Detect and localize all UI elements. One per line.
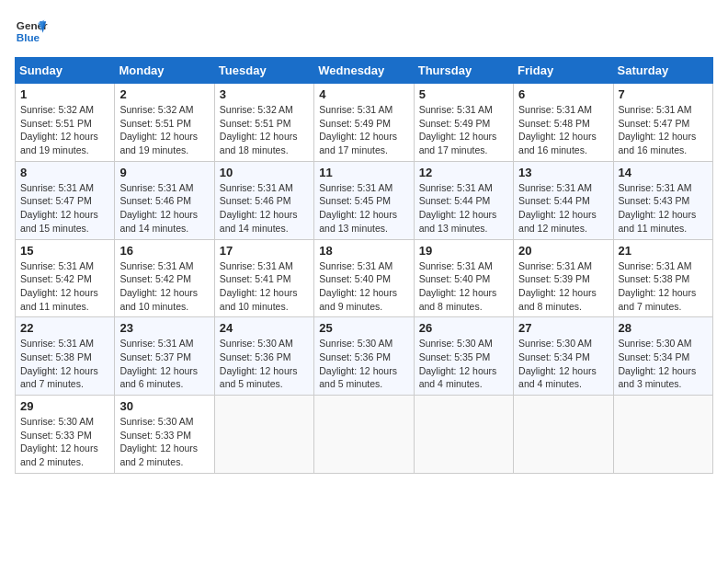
page-header: General Blue	[15, 15, 713, 48]
weekday-header-monday: Monday	[115, 58, 214, 84]
day-info: Sunrise: 5:31 AMSunset: 5:49 PMDaylight:…	[419, 103, 508, 157]
day-number: 28	[619, 321, 708, 335]
day-info: Sunrise: 5:31 AMSunset: 5:44 PMDaylight:…	[518, 181, 608, 236]
calendar-cell: 30 Sunrise: 5:30 AMSunset: 5:33 PMDaylig…	[115, 396, 214, 474]
logo: General Blue	[15, 15, 48, 48]
weekday-header-tuesday: Tuesday	[214, 58, 313, 84]
calendar-cell	[414, 396, 513, 474]
calendar-cell: 8 Sunrise: 5:31 AMSunset: 5:47 PMDayligh…	[16, 161, 115, 239]
calendar-cell: 18 Sunrise: 5:31 AMSunset: 5:40 PMDaylig…	[314, 239, 414, 317]
calendar-cell: 12 Sunrise: 5:31 AMSunset: 5:44 PMDaylig…	[414, 161, 513, 239]
calendar-header-row: SundayMondayTuesdayWednesdayThursdayFrid…	[16, 58, 713, 84]
day-info: Sunrise: 5:32 AMSunset: 5:51 PMDaylight:…	[20, 103, 109, 157]
calendar-cell: 14 Sunrise: 5:31 AMSunset: 5:43 PMDaylig…	[613, 161, 712, 239]
day-number: 4	[319, 87, 408, 101]
calendar-cell	[613, 396, 712, 474]
day-info: Sunrise: 5:30 AMSunset: 5:34 PMDaylight:…	[619, 337, 708, 391]
day-info: Sunrise: 5:30 AMSunset: 5:35 PMDaylight:…	[419, 337, 508, 391]
day-number: 9	[119, 166, 209, 179]
calendar-cell: 16 Sunrise: 5:31 AMSunset: 5:42 PMDaylig…	[115, 239, 214, 317]
day-number: 14	[619, 166, 708, 179]
day-info: Sunrise: 5:31 AMSunset: 5:40 PMDaylight:…	[419, 259, 508, 314]
day-number: 20	[518, 244, 608, 258]
day-info: Sunrise: 5:30 AMSunset: 5:36 PMDaylight:…	[319, 337, 408, 391]
calendar-cell: 19 Sunrise: 5:31 AMSunset: 5:40 PMDaylig…	[414, 239, 513, 317]
calendar-cell: 17 Sunrise: 5:31 AMSunset: 5:41 PMDaylig…	[214, 239, 313, 317]
day-number: 12	[419, 166, 508, 179]
day-number: 29	[20, 399, 109, 413]
svg-text:Blue: Blue	[17, 31, 40, 43]
calendar-cell: 9 Sunrise: 5:31 AMSunset: 5:46 PMDayligh…	[115, 161, 214, 239]
day-number: 5	[419, 87, 508, 101]
day-number: 15	[20, 244, 109, 258]
day-number: 17	[220, 244, 309, 258]
day-info: Sunrise: 5:31 AMSunset: 5:49 PMDaylight:…	[319, 103, 408, 157]
calendar-cell: 7 Sunrise: 5:31 AMSunset: 5:47 PMDayligh…	[613, 84, 712, 162]
calendar-cell	[514, 396, 613, 474]
weekday-header-sunday: Sunday	[16, 58, 115, 84]
calendar-cell	[314, 396, 414, 474]
day-info: Sunrise: 5:32 AMSunset: 5:51 PMDaylight:…	[119, 103, 209, 157]
calendar-cell: 15 Sunrise: 5:31 AMSunset: 5:42 PMDaylig…	[16, 239, 115, 317]
calendar-cell: 1 Sunrise: 5:32 AMSunset: 5:51 PMDayligh…	[16, 84, 115, 162]
weekday-header-wednesday: Wednesday	[314, 58, 414, 84]
calendar-cell: 13 Sunrise: 5:31 AMSunset: 5:44 PMDaylig…	[514, 161, 613, 239]
weekday-header-saturday: Saturday	[613, 58, 712, 84]
day-info: Sunrise: 5:30 AMSunset: 5:33 PMDaylight:…	[20, 415, 109, 469]
day-info: Sunrise: 5:31 AMSunset: 5:48 PMDaylight:…	[518, 103, 608, 157]
day-info: Sunrise: 5:30 AMSunset: 5:36 PMDaylight:…	[220, 337, 309, 391]
calendar-cell: 29 Sunrise: 5:30 AMSunset: 5:33 PMDaylig…	[16, 396, 115, 474]
calendar-cell: 24 Sunrise: 5:30 AMSunset: 5:36 PMDaylig…	[214, 317, 313, 396]
calendar-week-row: 29 Sunrise: 5:30 AMSunset: 5:33 PMDaylig…	[16, 396, 713, 474]
day-info: Sunrise: 5:31 AMSunset: 5:44 PMDaylight:…	[419, 181, 508, 236]
day-info: Sunrise: 5:31 AMSunset: 5:38 PMDaylight:…	[20, 337, 109, 391]
day-info: Sunrise: 5:31 AMSunset: 5:37 PMDaylight:…	[119, 337, 209, 391]
calendar-cell: 2 Sunrise: 5:32 AMSunset: 5:51 PMDayligh…	[115, 84, 214, 162]
calendar-cell: 3 Sunrise: 5:32 AMSunset: 5:51 PMDayligh…	[214, 84, 313, 162]
calendar-cell: 23 Sunrise: 5:31 AMSunset: 5:37 PMDaylig…	[115, 317, 214, 396]
day-number: 25	[319, 321, 408, 335]
day-number: 19	[419, 244, 508, 258]
day-number: 18	[319, 244, 408, 258]
day-info: Sunrise: 5:32 AMSunset: 5:51 PMDaylight:…	[220, 103, 309, 157]
logo-icon: General Blue	[15, 15, 48, 48]
day-number: 7	[619, 87, 708, 101]
weekday-header-thursday: Thursday	[414, 58, 513, 84]
calendar-cell: 10 Sunrise: 5:31 AMSunset: 5:46 PMDaylig…	[214, 161, 313, 239]
day-info: Sunrise: 5:31 AMSunset: 5:40 PMDaylight:…	[319, 259, 408, 314]
calendar-cell: 20 Sunrise: 5:31 AMSunset: 5:39 PMDaylig…	[514, 239, 613, 317]
calendar-cell: 11 Sunrise: 5:31 AMSunset: 5:45 PMDaylig…	[314, 161, 414, 239]
calendar-week-row: 15 Sunrise: 5:31 AMSunset: 5:42 PMDaylig…	[16, 239, 713, 317]
calendar-cell: 28 Sunrise: 5:30 AMSunset: 5:34 PMDaylig…	[613, 317, 712, 396]
calendar-cell	[214, 396, 313, 474]
day-number: 23	[119, 321, 209, 335]
calendar-cell: 26 Sunrise: 5:30 AMSunset: 5:35 PMDaylig…	[414, 317, 513, 396]
calendar-cell: 5 Sunrise: 5:31 AMSunset: 5:49 PMDayligh…	[414, 84, 513, 162]
day-info: Sunrise: 5:31 AMSunset: 5:47 PMDaylight:…	[619, 103, 708, 157]
day-info: Sunrise: 5:31 AMSunset: 5:41 PMDaylight:…	[220, 259, 309, 314]
day-number: 26	[419, 321, 508, 335]
calendar-week-row: 8 Sunrise: 5:31 AMSunset: 5:47 PMDayligh…	[16, 161, 713, 239]
day-info: Sunrise: 5:31 AMSunset: 5:38 PMDaylight:…	[619, 259, 708, 314]
day-number: 2	[119, 87, 209, 101]
day-number: 13	[518, 166, 608, 179]
day-info: Sunrise: 5:30 AMSunset: 5:34 PMDaylight:…	[518, 337, 608, 391]
day-info: Sunrise: 5:31 AMSunset: 5:46 PMDaylight:…	[119, 181, 209, 236]
day-number: 1	[20, 87, 109, 101]
calendar-cell: 21 Sunrise: 5:31 AMSunset: 5:38 PMDaylig…	[613, 239, 712, 317]
day-info: Sunrise: 5:31 AMSunset: 5:42 PMDaylight:…	[119, 259, 209, 314]
day-number: 22	[20, 321, 109, 335]
calendar-table: SundayMondayTuesdayWednesdayThursdayFrid…	[15, 57, 713, 474]
day-number: 11	[319, 166, 408, 179]
day-info: Sunrise: 5:31 AMSunset: 5:46 PMDaylight:…	[220, 181, 309, 236]
day-info: Sunrise: 5:31 AMSunset: 5:45 PMDaylight:…	[319, 181, 408, 236]
calendar-week-row: 22 Sunrise: 5:31 AMSunset: 5:38 PMDaylig…	[16, 317, 713, 396]
day-info: Sunrise: 5:31 AMSunset: 5:47 PMDaylight:…	[20, 181, 109, 236]
calendar-cell: 25 Sunrise: 5:30 AMSunset: 5:36 PMDaylig…	[314, 317, 414, 396]
day-number: 10	[220, 166, 309, 179]
calendar-cell: 22 Sunrise: 5:31 AMSunset: 5:38 PMDaylig…	[16, 317, 115, 396]
day-number: 24	[220, 321, 309, 335]
day-number: 27	[518, 321, 608, 335]
calendar-week-row: 1 Sunrise: 5:32 AMSunset: 5:51 PMDayligh…	[16, 84, 713, 162]
day-number: 21	[619, 244, 708, 258]
